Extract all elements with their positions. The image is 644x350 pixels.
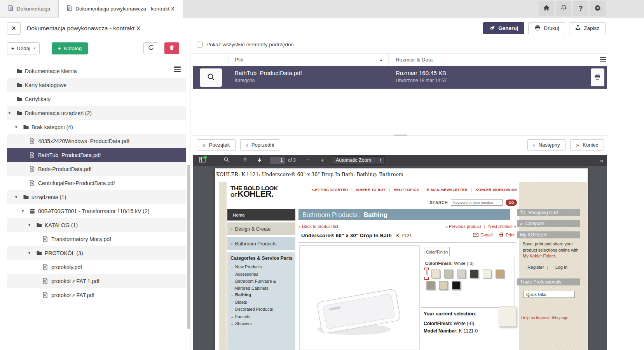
tree-item[interactable]: 4835x2420Windows_ProductData.pdf (7, 134, 186, 148)
pdf-viewer[interactable]: KOHLER: K-1121: Underscore® 60" x 30" Dr… (193, 166, 607, 350)
save-button[interactable]: Zapisz (569, 22, 606, 34)
list-menu-icon[interactable] (600, 57, 606, 62)
product-pager-links: « Previous productNext product » (445, 224, 516, 229)
print-label: Drukuj (544, 25, 559, 31)
settings-button[interactable] (590, 1, 606, 16)
swatch (439, 281, 448, 290)
pdf-page-input[interactable] (270, 157, 285, 164)
refresh-button[interactable] (143, 42, 158, 54)
nav-link-label: Bathroom Furniture & Mirrored Cabinets (234, 279, 276, 290)
my-kohler-label: My KOHLER (520, 232, 547, 238)
pdf-next-page-button[interactable] (254, 156, 264, 165)
swatch (444, 270, 453, 278)
row-print-button[interactable] (591, 68, 604, 86)
zoom-out-button[interactable]: − (303, 156, 313, 165)
last-page-button[interactable]: »Koniec (570, 139, 604, 150)
trade-label: Trade Professionals (520, 279, 561, 285)
show-all-checkbox[interactable] (197, 42, 202, 47)
folder-icon (16, 110, 25, 116)
tree-item[interactable]: CentrifugalFan-ProductData.pdf (7, 176, 186, 190)
tree-scrollbar[interactable] (187, 165, 190, 329)
tree-item[interactable]: protokoły.pdf (7, 260, 186, 274)
preview-button[interactable] (200, 68, 222, 87)
tree-item[interactable]: ▾Dokumentacja urządzeń (2) (7, 106, 186, 120)
folder-icon (36, 222, 45, 228)
selection-cf-value: White (-0) (454, 321, 474, 326)
pdf-find-button[interactable] (221, 156, 231, 165)
column-size-date[interactable]: Rozmiar & Data (389, 54, 607, 66)
caret-down-icon[interactable]: ▾ (9, 111, 16, 115)
next-product-link: Next product » (481, 224, 516, 229)
catalog-button[interactable]: + Katalog (52, 42, 88, 54)
prev-page-button[interactable]: ‹Poprzedni (240, 139, 280, 150)
tree-item[interactable]: ▾urządzenia (1) (7, 190, 186, 204)
pdf-prev-page-button[interactable] (240, 156, 250, 165)
tree-item-label: BathTub_ProductData.pdf (38, 152, 101, 158)
zoom-in-button[interactable]: + (317, 156, 327, 165)
swatch (452, 281, 461, 290)
app-window: Dokumentacja Dokumentacja powykonawcza -… (0, 0, 644, 350)
back-to-product-list-link: « Back to product list (298, 224, 338, 229)
refresh-icon (148, 45, 154, 52)
logo-of: OF (230, 192, 237, 198)
link-getting-started: GETTING STARTED (312, 187, 348, 192)
caret-down-icon[interactable]: ▾ (15, 125, 23, 129)
selection-swatch-image (499, 306, 517, 327)
home-button[interactable] (539, 1, 554, 16)
print-button[interactable]: Drukuj (528, 22, 565, 34)
tree-item[interactable]: Beds-ProductData.pdf (7, 162, 186, 176)
pdf-sidebar-toggle-button[interactable] (197, 156, 207, 165)
file-icon (43, 292, 51, 298)
pdf-expand-button[interactable]: » (600, 157, 603, 164)
tree-item[interactable]: Karty katalogowe (7, 78, 186, 92)
tree-item[interactable]: ▾KATALOG (1) (7, 218, 186, 232)
add-button[interactable]: + Dodaj ▾ (7, 42, 40, 54)
tree-item[interactable]: protokół z FAT 1.pdf (7, 274, 186, 288)
tree-item[interactable]: ▾PROTOKÓŁ (3) (7, 246, 186, 260)
tab-dokumentacja[interactable]: Dokumentacja (0, 0, 59, 17)
column-file[interactable]: Plik ▲ (229, 54, 389, 66)
tree-item[interactable]: Transformatory Mocy.pdf (7, 232, 186, 246)
scrollbar-thumb[interactable] (187, 165, 190, 329)
next-page-button[interactable]: ›Następny (527, 139, 566, 150)
help-button[interactable]: ? (573, 1, 588, 16)
caret-down-icon[interactable]: ▾ (15, 195, 23, 199)
file-icon (30, 166, 38, 172)
swatch (483, 270, 491, 278)
caret-down-icon[interactable]: ▾ (28, 251, 36, 255)
generate-button[interactable]: Generuj (483, 22, 524, 34)
cart-label: Shopping Cart (528, 210, 558, 215)
save-label: Zapisz (584, 25, 599, 31)
tab-dokumentacja-powykonawcza[interactable]: Dokumentacja powykonawcza - kontrakt X (59, 0, 183, 18)
tree-item-selected[interactable]: BathTub_ProductData.pdf (7, 148, 186, 162)
add-label: Dodaj (17, 46, 30, 51)
file-size: Rozmiar 160.45 KB (396, 70, 591, 76)
tree-menu-icon[interactable] (174, 66, 181, 72)
folder-icon (23, 194, 31, 200)
cf-value: White (-0) (454, 261, 473, 266)
close-button[interactable]: ✕ (7, 22, 21, 35)
nav-bathroom-products: »Bathroom Products (227, 237, 295, 250)
tree-item[interactable]: Certyfikaty (7, 92, 186, 106)
tree-item[interactable]: Dokumentacje klienta (7, 64, 186, 78)
horizontal-splitter[interactable] (394, 135, 407, 136)
print-link: Print (499, 233, 515, 237)
kohler-search-input (451, 199, 503, 206)
device-icon (30, 208, 38, 214)
tree-item[interactable]: protokół z FAT.pdf (7, 288, 186, 302)
tree-item[interactable]: ▾00BAT00GT001 - Transformator 110/15 kV … (7, 204, 186, 218)
nav-link: →Faucets (230, 313, 293, 320)
quick-links-dropdown: Quick links (524, 291, 575, 298)
tree-item[interactable]: ▾Brak kategorii (4) (7, 120, 186, 134)
zoom-select[interactable]: Automatic Zoom ▲▼ (333, 156, 385, 164)
file-row-selected[interactable]: BathTub_ProductData.pdf Kategoria Rozmia… (193, 66, 607, 89)
delete-button[interactable] (164, 42, 179, 54)
caret-down-icon[interactable]: ▾ (28, 223, 36, 227)
notifications-button[interactable] (556, 1, 571, 16)
first-page-button[interactable]: «Początek (197, 139, 236, 150)
tree-panel: + Dodaj ▾ + Katalog Dokumentacje klienta… (0, 39, 190, 350)
nav-link: →Decorated Products (230, 306, 293, 313)
caret-down-icon[interactable]: ▾ (22, 209, 30, 213)
folder-icon (16, 82, 25, 88)
nav-link-label: Faucets (235, 314, 250, 319)
